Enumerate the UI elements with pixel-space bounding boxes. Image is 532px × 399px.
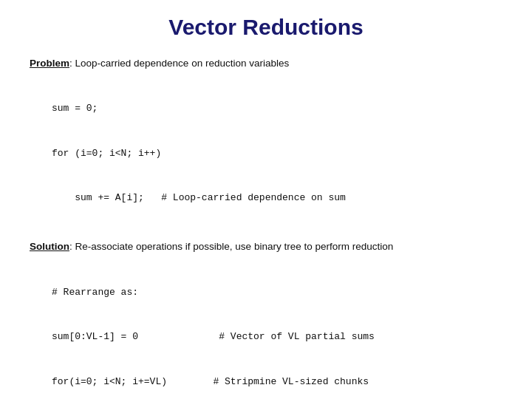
code-line: # Rearrange as: — [52, 285, 502, 300]
problem-intro: : Loop-carried dependence on reduction v… — [69, 58, 289, 69]
code-line: for(i=0; i<N; i+=VL) # Stripmine VL-size… — [52, 375, 502, 389]
code-line: sum[0:VL-1] = 0 # Vector of VL partial s… — [52, 330, 502, 344]
problem-label: Problem — [30, 58, 69, 69]
code-line: sum = 0; — [52, 101, 502, 116]
code-block-1: sum = 0; for (i=0; i<N; i++) sum += A[i]… — [30, 72, 502, 236]
solution-line: Solution: Re-associate operations if pos… — [30, 239, 502, 255]
code-line: sum += A[i]; # Loop-carried dependence o… — [52, 191, 502, 205]
problem-line: Problem: Loop-carried dependence on redu… — [30, 56, 502, 72]
solution-intro: : Re-associate operations if possible, u… — [69, 241, 393, 252]
code-line: for (i=0; i<N; i++) — [52, 146, 502, 161]
solution-label: Solution — [30, 241, 69, 252]
code-block-2: # Rearrange as: sum[0:VL-1] = 0 # Vector… — [30, 255, 502, 399]
slide-title: Vector Reductions — [30, 15, 502, 43]
